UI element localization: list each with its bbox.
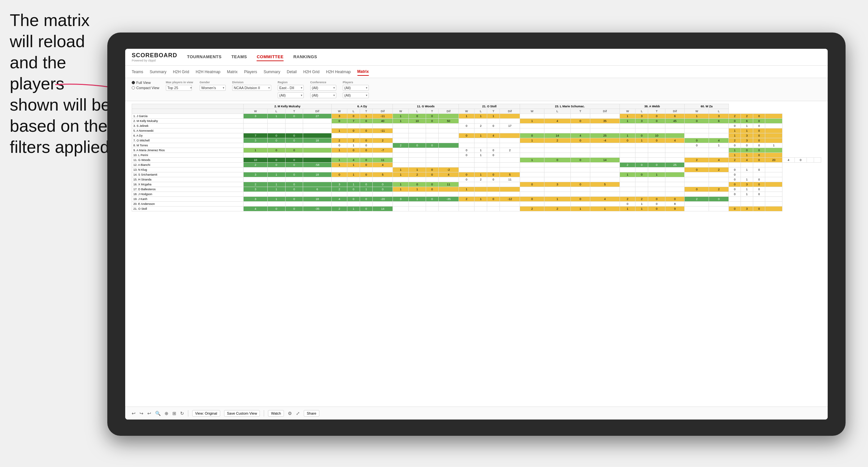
- redo2-icon[interactable]: ↩: [147, 411, 151, 416]
- tab-summary[interactable]: Summary: [150, 68, 166, 75]
- full-view-radio[interactable]: [132, 81, 135, 84]
- cell-19-7-1: 3: [741, 207, 753, 211]
- cell-empty-8-4-2: [571, 153, 590, 158]
- compact-view-option[interactable]: Compact View: [132, 86, 159, 90]
- sub-dif4: Dif: [500, 109, 520, 114]
- col-header-1: 2. M Kelly Mulcahy: [243, 104, 331, 109]
- cell-15-1-0: 2: [331, 187, 347, 192]
- cell-0-2-2: 0: [426, 114, 438, 119]
- share-button[interactable]: Share: [304, 410, 319, 416]
- cell-empty-3-4-0: [520, 128, 544, 133]
- sub-l4: L: [474, 109, 487, 114]
- row-name-18: 20. E Andersson: [132, 201, 244, 207]
- cell-9-4-3: 14: [590, 158, 620, 163]
- cell-empty-18-4-0: [520, 201, 544, 207]
- cell-14-0-2: 0: [285, 182, 303, 187]
- nav-committee[interactable]: COMMITTEE: [257, 53, 284, 61]
- cell-9-7-0: 2: [728, 158, 741, 163]
- players-sub-select[interactable]: (All): [343, 92, 369, 98]
- cell-10-0-3: -58: [303, 163, 332, 167]
- tab-players[interactable]: Players: [244, 68, 257, 75]
- cell-empty-16-3-0: [459, 192, 474, 197]
- col-header-5: 23. L Marie Schumac.: [520, 104, 620, 109]
- cell-empty-7-4-0: [520, 148, 544, 153]
- cell-empty-15-5-0: [620, 187, 635, 192]
- conference-select[interactable]: (All): [310, 85, 336, 91]
- gender-select[interactable]: Women's Men's: [200, 85, 226, 91]
- cell-4-5-2: 10: [648, 133, 665, 138]
- tab-h2h-grid[interactable]: H2H Grid: [173, 68, 189, 75]
- division-select[interactable]: NCAA Division II NCAA Division I NCAA Di…: [232, 85, 271, 91]
- tab-summary2[interactable]: Summary: [264, 68, 280, 75]
- cell-empty-7-5-3: [665, 148, 685, 153]
- full-view-option[interactable]: Full View: [132, 81, 159, 85]
- matrix-content[interactable]: 2. M Kelly Mulcahy 6. A Dy 11. G Woods 2…: [125, 101, 828, 406]
- region-label: Region: [278, 81, 304, 84]
- search-icon[interactable]: 🔍: [155, 411, 161, 416]
- nav-teams[interactable]: TEAMS: [231, 53, 247, 61]
- cell-empty-2-2-2: [426, 124, 438, 128]
- cell-empty-3-5-1: [636, 128, 648, 133]
- cell-13-7-1: 1: [741, 177, 753, 182]
- cell-empty-13-6-1: [709, 177, 729, 182]
- watch-button[interactable]: Watch: [268, 410, 284, 416]
- cell-empty-18-0-1: [268, 201, 285, 207]
- view-original-button[interactable]: View: Original: [192, 410, 220, 416]
- cell-empty-9-2-1: [408, 158, 426, 163]
- nav-rankings[interactable]: RANKINGS: [293, 53, 317, 61]
- cell-empty-13-5-2: [648, 177, 665, 182]
- cell-empty-0-4-1: [544, 114, 570, 119]
- save-custom-button[interactable]: Save Custom View: [224, 410, 260, 416]
- players-select[interactable]: (All): [343, 85, 369, 91]
- cell-1-4-2: 0: [571, 119, 590, 124]
- cell-6-1-2: 0: [360, 143, 373, 148]
- cell-empty-2-1-3: [373, 124, 393, 128]
- cell-empty-13-0-1: [268, 177, 285, 182]
- cell-0-3-0: 1: [459, 114, 474, 119]
- tab-detail[interactable]: Detail: [287, 68, 297, 75]
- cell-7-7-2: 0: [753, 148, 765, 153]
- cell-14-4-0: 0: [520, 182, 544, 187]
- undo-icon[interactable]: ↩: [132, 411, 135, 416]
- cell-0-7-2: 0: [753, 114, 765, 119]
- cell-empty-8-0-2: [285, 153, 303, 158]
- cell-11-2-0: 1: [393, 167, 408, 173]
- grid-icon[interactable]: ⊞: [173, 411, 176, 416]
- zoom-icon[interactable]: ⊕: [164, 411, 168, 416]
- settings-icon[interactable]: ⚙: [288, 411, 292, 416]
- region-sub-select[interactable]: (All): [278, 92, 304, 98]
- region-select[interactable]: East - DII West - DII Central - DII: [278, 85, 304, 91]
- tab-h2h-heatmap[interactable]: H2H Heatmap: [196, 68, 220, 75]
- cell-3-7-2: 0: [753, 128, 765, 133]
- cell-3-1-2: 0: [360, 128, 373, 133]
- refresh-icon[interactable]: ↻: [180, 411, 184, 416]
- redo1-icon[interactable]: ↪: [140, 411, 144, 416]
- cell-14-7-1: 3: [741, 182, 753, 187]
- tab-teams[interactable]: Teams: [132, 68, 143, 75]
- nav-tournaments[interactable]: TOURNAMENTS: [187, 53, 221, 61]
- compact-view-radio[interactable]: [132, 86, 135, 89]
- sub-l2: L: [347, 109, 360, 114]
- cell-empty-15-4-0: [520, 187, 544, 192]
- tab-matrix2[interactable]: Matrix: [358, 68, 369, 76]
- cell-empty-18-6-1: [709, 201, 729, 207]
- max-players-select[interactable]: Top 25 Top 50 Top 100: [166, 85, 192, 91]
- tab-h2h-heatmap2[interactable]: H2H Heatmap: [326, 68, 350, 75]
- cell-empty-9-3-2: [487, 158, 500, 163]
- cell-empty-13-6-0: [685, 177, 709, 182]
- cell-4-0-2: 0: [285, 133, 303, 138]
- conference-sub-select[interactable]: (All): [310, 92, 336, 98]
- cell-empty-16-3-3: [500, 192, 520, 197]
- tab-h2h-grid2[interactable]: H2H Grid: [303, 68, 319, 75]
- cell-empty-10-2-2: [426, 163, 438, 167]
- cell-5-0-2: 0: [285, 138, 303, 143]
- cell-14-2-2: 0: [426, 182, 438, 187]
- cell-empty-18-7-0: [728, 201, 741, 207]
- tab-matrix[interactable]: Matrix: [227, 68, 238, 75]
- cell-5-6-0: 0: [685, 138, 709, 143]
- cell-empty-8-5-0: [620, 153, 635, 158]
- cell-4-0-3: [303, 133, 332, 138]
- fullscreen-icon[interactable]: ⤢: [296, 411, 300, 416]
- cell-empty-18-3-0: [459, 201, 474, 207]
- cell-empty-2-2-1: [408, 124, 426, 128]
